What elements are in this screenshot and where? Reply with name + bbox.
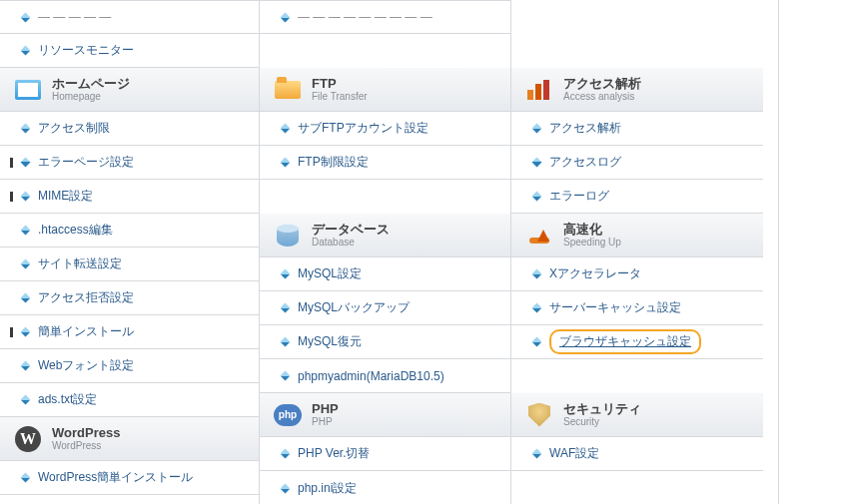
nav-item-error-log[interactable]: エラーログ <box>511 180 763 214</box>
section-subtitle: Homepage <box>52 91 130 102</box>
section-subtitle: Access analysis <box>563 91 641 102</box>
nav-item-xaccel[interactable]: Xアクセラレータ <box>511 257 763 291</box>
nav-label: PHP Ver.切替 <box>298 445 370 462</box>
nav-item-htaccess[interactable]: .htaccess編集 <box>0 214 259 248</box>
nav-item-mime[interactable]: MIME設定 <box>0 180 259 214</box>
nav-item-site-transfer[interactable]: サイト転送設定 <box>0 248 259 281</box>
nav-item-webfont[interactable]: Webフォント設定 <box>0 349 259 383</box>
nav-item-wp-install[interactable]: WordPress簡単インストール <box>0 461 259 495</box>
nav-item[interactable]: — — — — — <box>0 0 259 34</box>
nav-item-mysql[interactable]: MySQL設定 <box>260 257 510 291</box>
nav-label: WordPress簡単インストール <box>38 469 193 486</box>
section-title: ホームページ <box>52 77 130 91</box>
shield-icon <box>525 403 553 427</box>
section-title: データベース <box>312 223 390 237</box>
nav-item-mysql-backup[interactable]: MySQLバックアップ <box>260 291 510 325</box>
bullet-icon <box>21 226 31 236</box>
nav-label: ads.txt設定 <box>38 391 97 408</box>
section-title: アクセス解析 <box>563 77 641 91</box>
nav-label: アクセス制限 <box>38 120 110 137</box>
php-icon: php <box>274 403 302 427</box>
nav-item-error-page[interactable]: エラーページ設定 <box>0 146 259 180</box>
bullet-icon <box>21 158 31 168</box>
bullet-icon <box>21 361 31 371</box>
home-icon <box>14 78 42 102</box>
section-title: PHP <box>312 402 339 416</box>
bullet-icon <box>281 371 291 381</box>
nav-label: phpmyadmin(MariaDB10.5) <box>298 369 444 383</box>
nav-item-adstxt[interactable]: ads.txt設定 <box>0 383 259 417</box>
nav-label: エラーページ設定 <box>38 154 134 171</box>
section-title: 高速化 <box>563 223 621 237</box>
nav-item-resource-monitor[interactable]: リソースモニター <box>0 34 259 68</box>
section-header-php: php PHPPHP <box>260 393 510 437</box>
bullet-icon <box>281 303 291 313</box>
nav-item[interactable]: — — — — — — — — — <box>260 0 510 34</box>
nav-item-mysql-restore[interactable]: MySQL復元 <box>260 325 510 359</box>
bullet-icon <box>281 449 291 459</box>
nav-item-sub-ftp[interactable]: サブFTPアカウント設定 <box>260 112 510 146</box>
nav-label: サーバーキャッシュ設定 <box>549 299 681 316</box>
nav-label: .htaccess編集 <box>38 222 113 239</box>
database-icon <box>274 224 302 248</box>
bullet-icon <box>21 293 31 303</box>
section-header-wordpress: W WordPressWordPress <box>0 417 259 461</box>
nav-item-php-ver[interactable]: PHP Ver.切替 <box>260 437 510 471</box>
nav-label-highlighted: ブラウザキャッシュ設定 <box>549 329 701 354</box>
bullet-icon <box>281 337 291 347</box>
section-header-speed: 高速化Speeding Up <box>511 214 763 257</box>
nav-label: Webフォント設定 <box>38 357 134 374</box>
section-subtitle: File Transfer <box>312 91 368 102</box>
bullet-icon <box>281 483 291 493</box>
nav-label: 簡単インストール <box>38 323 134 340</box>
bullet-icon <box>21 124 31 134</box>
chart-icon <box>525 78 553 102</box>
nav-label: MySQL設定 <box>298 265 362 282</box>
nav-label: アクセス拒否設定 <box>38 289 134 306</box>
bullet-icon <box>532 337 542 347</box>
section-header-access: アクセス解析Access analysis <box>511 68 763 112</box>
section-header-security: セキュリティSecurity <box>511 393 763 437</box>
section-subtitle: Security <box>563 416 641 427</box>
nav-label: アクセスログ <box>549 154 621 171</box>
nav-item-ftp-limit[interactable]: FTP制限設定 <box>260 146 510 180</box>
section-subtitle: Speeding Up <box>563 237 621 248</box>
nav-label: サブFTPアカウント設定 <box>298 120 428 137</box>
section-header-ftp: FTPFile Transfer <box>260 68 510 112</box>
bullet-icon <box>281 12 291 22</box>
bullet-icon <box>21 12 31 22</box>
folder-icon <box>274 78 302 102</box>
bullet-icon <box>532 124 542 134</box>
section-title: セキュリティ <box>563 402 641 416</box>
nav-item-easy-install[interactable]: 簡単インストール <box>0 315 259 349</box>
section-title: WordPress <box>52 426 120 440</box>
speed-icon <box>525 224 553 248</box>
column-left: — — — — — リソースモニター ホームページHomepage アクセス制限… <box>0 0 260 504</box>
nav-item-access-analysis[interactable]: アクセス解析 <box>511 112 763 146</box>
nav-item-php-ini[interactable]: php.ini設定 <box>260 471 510 504</box>
nav-item-server-cache[interactable]: サーバーキャッシュ設定 <box>511 291 763 325</box>
nav-label: MySQL復元 <box>298 333 362 350</box>
nav-item-browser-cache[interactable]: ブラウザキャッシュ設定 <box>511 325 763 359</box>
section-subtitle: PHP <box>312 416 339 427</box>
nav-item-waf[interactable]: WAF設定 <box>511 437 763 471</box>
nav-label: サイト転送設定 <box>38 255 122 272</box>
nav-item-phpmyadmin[interactable]: phpmyadmin(MariaDB10.5) <box>260 359 510 393</box>
nav-item-access-limit[interactable]: アクセス制限 <box>0 112 259 146</box>
nav-item-access-log[interactable]: アクセスログ <box>511 146 763 180</box>
nav-item-access-deny[interactable]: アクセス拒否設定 <box>0 281 259 315</box>
nav-item-wp-migrate[interactable]: WordPress簡単移行 <box>0 495 259 504</box>
nav-label: WAF設定 <box>549 445 599 462</box>
bullet-icon <box>532 158 542 168</box>
panel-grid: — — — — — リソースモニター ホームページHomepage アクセス制限… <box>0 0 779 504</box>
nav-label: php.ini設定 <box>298 480 357 497</box>
section-subtitle: WordPress <box>52 440 120 451</box>
section-title: FTP <box>312 77 368 91</box>
bullet-icon <box>281 158 291 168</box>
bullet-icon <box>21 327 31 337</box>
bullet-icon <box>21 46 31 56</box>
bullet-icon <box>21 473 31 483</box>
bullet-icon <box>21 259 31 269</box>
bullet-icon <box>21 395 31 405</box>
bullet-icon <box>21 192 31 202</box>
